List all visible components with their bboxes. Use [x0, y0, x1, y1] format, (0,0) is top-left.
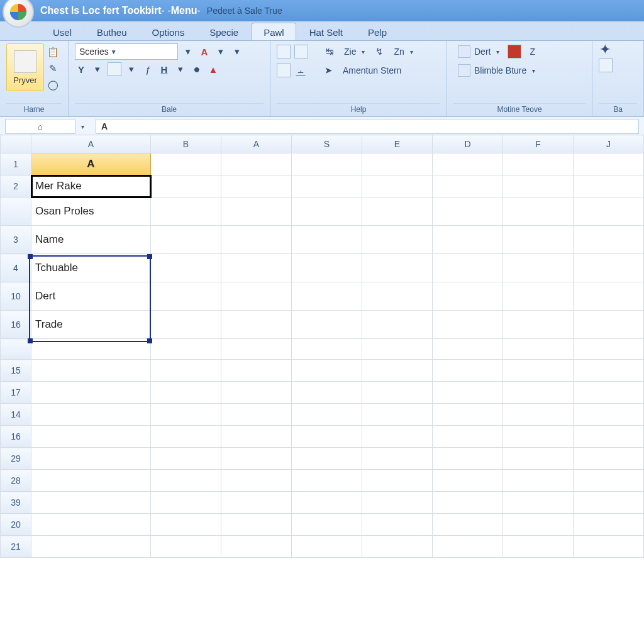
cell[interactable] — [574, 470, 644, 492]
row-header[interactable]: 2 — [1, 175, 31, 197]
cell[interactable] — [433, 226, 503, 254]
row-header[interactable]: 16 — [1, 311, 31, 339]
cell[interactable] — [151, 226, 221, 254]
row-header[interactable]: 29 — [1, 448, 31, 470]
cell[interactable] — [151, 382, 221, 404]
wrench-icon[interactable]: ↯ — [373, 45, 386, 58]
row-header[interactable]: 15 — [1, 360, 31, 382]
cell[interactable] — [31, 339, 151, 360]
cell[interactable] — [574, 382, 644, 404]
cell[interactable] — [31, 360, 151, 382]
blimble-button[interactable]: Blimble Bture▾ — [453, 62, 540, 79]
cell[interactable] — [574, 448, 644, 470]
cell[interactable] — [292, 536, 362, 558]
cell[interactable] — [574, 254, 644, 282]
cell[interactable] — [221, 382, 292, 404]
cell[interactable] — [503, 382, 574, 404]
paste-icon[interactable]: 📋 — [47, 46, 59, 58]
cell[interactable] — [292, 404, 362, 426]
cell[interactable] — [433, 492, 503, 514]
shape-icon[interactable]: ◯ — [47, 79, 59, 91]
cell[interactable] — [574, 404, 644, 426]
cell-A3[interactable]: Name — [31, 226, 151, 254]
cell[interactable] — [362, 311, 433, 339]
spreadsheet-grid[interactable]: A B A S E D F J 1 A 2 Mer Rake Osan Prol… — [0, 135, 644, 644]
arrow-icon[interactable]: ➤ — [322, 64, 335, 77]
indent-icon[interactable]: ↹ — [323, 45, 336, 58]
cell[interactable] — [362, 197, 433, 226]
row-header[interactable]: 14 — [1, 404, 31, 426]
row-header[interactable]: 21 — [1, 536, 31, 558]
cell[interactable] — [433, 448, 503, 470]
cell[interactable] — [503, 514, 574, 536]
cell-A2b[interactable]: Osan Proles — [31, 197, 151, 226]
cell[interactable] — [221, 153, 292, 175]
cell[interactable] — [574, 226, 644, 254]
cell[interactable] — [221, 426, 292, 448]
cell[interactable] — [221, 514, 292, 536]
cell[interactable] — [221, 470, 292, 492]
cell[interactable] — [31, 470, 151, 492]
cell[interactable] — [221, 175, 292, 197]
cell[interactable] — [292, 492, 362, 514]
cell[interactable] — [221, 226, 292, 254]
select-all-corner[interactable] — [1, 135, 31, 153]
cell-A16[interactable]: Trade — [31, 311, 151, 339]
cell[interactable] — [503, 492, 574, 514]
cell[interactable] — [31, 426, 151, 448]
cell[interactable] — [292, 448, 362, 470]
red-square-icon[interactable] — [508, 45, 521, 58]
cell[interactable] — [221, 536, 292, 558]
cell[interactable] — [292, 197, 362, 226]
tab-butheu[interactable]: Butheu — [85, 23, 139, 40]
cell[interactable] — [574, 536, 644, 558]
cell[interactable] — [433, 536, 503, 558]
cell[interactable] — [221, 448, 292, 470]
cell[interactable] — [151, 404, 221, 426]
cell[interactable] — [221, 360, 292, 382]
cell[interactable] — [151, 426, 221, 448]
row-header[interactable]: 28 — [1, 470, 31, 492]
cell[interactable] — [433, 197, 503, 226]
row-header[interactable]: 10 — [1, 282, 31, 311]
z-button[interactable]: Z — [525, 43, 540, 60]
cell[interactable] — [151, 492, 221, 514]
cell[interactable] — [362, 536, 433, 558]
cell-A4[interactable]: Tchuable — [31, 254, 151, 282]
tab-pelp[interactable]: Pelp — [356, 23, 399, 40]
cell[interactable] — [433, 470, 503, 492]
font-size-dec-icon[interactable]: ▾ — [182, 45, 194, 58]
row-header[interactable] — [1, 339, 31, 360]
cell[interactable] — [503, 197, 574, 226]
cell[interactable] — [151, 514, 221, 536]
cell[interactable] — [292, 360, 362, 382]
cell[interactable] — [503, 339, 574, 360]
cell[interactable] — [292, 282, 362, 311]
cell[interactable] — [292, 339, 362, 360]
cell[interactable] — [503, 536, 574, 558]
cell[interactable] — [362, 282, 433, 311]
cell[interactable] — [292, 226, 362, 254]
col-header-F[interactable]: F — [503, 135, 574, 153]
puzzle-icon[interactable]: ✦ — [599, 43, 611, 56]
cell[interactable] — [31, 382, 151, 404]
col-header-E[interactable]: E — [362, 135, 433, 153]
cell[interactable] — [362, 492, 433, 514]
cell[interactable] — [151, 311, 221, 339]
bold-icon[interactable]: Y — [75, 63, 87, 75]
cell[interactable] — [362, 339, 433, 360]
cell-A10[interactable]: Dert — [31, 282, 151, 311]
chevron-down-icon[interactable]: ▾ — [125, 63, 138, 75]
cell[interactable] — [433, 282, 503, 311]
cell[interactable] — [503, 282, 574, 311]
tab-specie[interactable]: Specie — [197, 23, 250, 40]
cell[interactable] — [574, 492, 644, 514]
cell[interactable] — [221, 197, 292, 226]
cell[interactable] — [433, 153, 503, 175]
zn-button[interactable]: Zn▾ — [389, 43, 417, 60]
cell[interactable] — [292, 426, 362, 448]
cell[interactable] — [362, 360, 433, 382]
cell[interactable] — [433, 339, 503, 360]
amentun-button[interactable]: Amentun Stern — [338, 62, 406, 79]
underline-icon[interactable]: H — [158, 63, 170, 75]
